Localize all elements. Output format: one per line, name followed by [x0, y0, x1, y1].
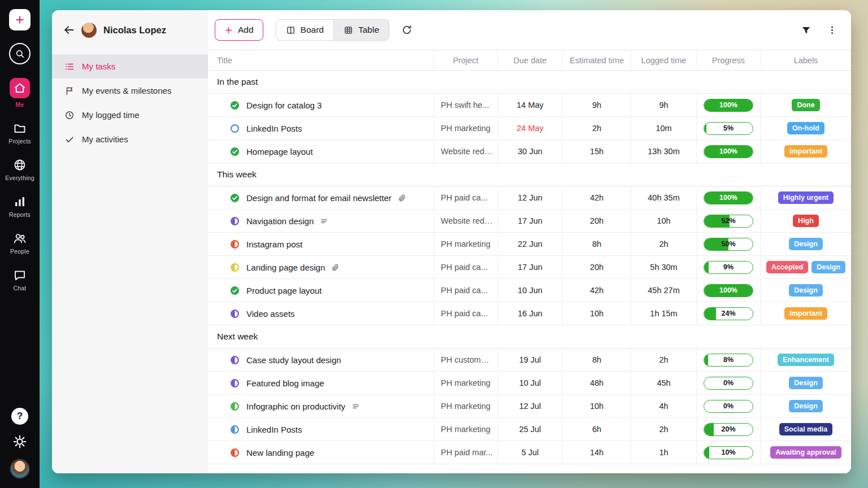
progress-value: 100% [704, 285, 753, 297]
label-badge[interactable]: Design [789, 284, 823, 297]
task-title[interactable]: Featured blog image [246, 378, 324, 388]
sidebar-item-my-logged-time[interactable]: My logged time [52, 103, 208, 127]
column-header[interactable]: Labels [761, 50, 851, 70]
sidebar-item-my-events[interactable]: My events & milestones [52, 79, 208, 103]
section-header[interactable]: Next week [208, 325, 851, 348]
label-badge[interactable]: Highly urgent [778, 191, 834, 204]
filter-button[interactable] [801, 25, 811, 36]
label-badge[interactable]: Design [789, 400, 823, 412]
task-title[interactable]: Infographic on productivity [246, 402, 345, 411]
task-row[interactable]: Instagram postPH marketing22 Jun8h2h50%D… [208, 233, 851, 256]
status-progress-icon[interactable] [229, 424, 240, 435]
nav-item-label: Everything [5, 175, 34, 181]
status-progress-icon[interactable] [229, 262, 240, 273]
nav-item-projects[interactable]: Projects [8, 121, 31, 145]
label-badge[interactable]: Important [784, 145, 827, 158]
task-row[interactable]: New landing pagePH paid mar...5 Jul14h1h… [208, 441, 851, 464]
label-badge[interactable]: Accepted [766, 261, 808, 273]
task-row[interactable]: Featured blog imagePH marketing10 Jul48h… [208, 372, 851, 395]
nav-item-chat[interactable]: Chat [13, 268, 27, 291]
label-badge[interactable]: Awaiting approval [770, 446, 841, 459]
task-row[interactable]: LinkedIn PostsPH marketing25 Jul6h2h20%S… [208, 418, 851, 441]
section-header[interactable]: This week [208, 163, 851, 186]
sidebar-item-my-tasks[interactable]: My tasks [52, 54, 208, 79]
quick-add-button[interactable] [9, 9, 31, 30]
task-title[interactable]: Video assets [246, 309, 295, 319]
nav-item-reports[interactable]: Reports [9, 195, 31, 218]
sidebar-item-my-activities[interactable]: My activities [52, 127, 208, 151]
profile-avatar[interactable] [10, 459, 30, 479]
progress-value: 50% [704, 238, 753, 250]
status-progress-icon[interactable] [229, 308, 240, 319]
task-title[interactable]: Homepage layout [246, 147, 313, 156]
board-view-button[interactable]: Board [276, 19, 334, 41]
more-options-button[interactable] [827, 25, 837, 36]
task-row[interactable]: Design and format for email newsletterPH… [208, 186, 851, 210]
status-complete-icon[interactable] [229, 285, 240, 296]
nav-item-me[interactable]: Me [10, 78, 30, 108]
task-title[interactable]: New landing page [246, 448, 314, 457]
progress-bar: 5% [704, 122, 753, 135]
task-row[interactable]: LinkedIn PostsPH marketing24 May2h10m5%O… [208, 117, 851, 140]
sidebar-item-label: My tasks [82, 62, 115, 71]
column-header[interactable]: Logged time [631, 50, 697, 70]
label-badge[interactable]: Done [792, 99, 819, 111]
settings-button[interactable] [12, 434, 27, 449]
task-row[interactable]: Design for catalog 3PH swift he...14 May… [208, 94, 851, 117]
task-title[interactable]: LinkedIn Posts [246, 425, 302, 434]
status-progress-icon[interactable] [229, 239, 240, 250]
task-title[interactable]: Product page layout [246, 286, 322, 295]
section-header[interactable]: In the past [208, 71, 851, 94]
task-title[interactable]: Instagram post [246, 239, 302, 249]
status-progress-icon[interactable] [229, 378, 240, 389]
task-due-date: 10 Jun [518, 286, 542, 295]
column-header[interactable]: Due date [498, 50, 563, 70]
task-title[interactable]: Design and format for email newsletter [246, 193, 392, 203]
task-title[interactable]: LinkedIn Posts [246, 124, 302, 133]
nav-item-everything[interactable]: Everything [5, 158, 34, 181]
status-progress-icon[interactable] [229, 216, 240, 226]
status-progress-icon[interactable] [229, 447, 240, 458]
label-badge[interactable]: Enhancement [778, 354, 834, 366]
status-progress-icon[interactable] [229, 123, 240, 134]
add-task-button[interactable]: Add [215, 19, 263, 41]
task-row[interactable]: Case study layout designPH customer...19… [208, 348, 851, 372]
status-complete-icon[interactable] [229, 100, 240, 111]
label-badge[interactable]: Design [789, 238, 823, 250]
app-navbar: MeProjectsEverythingReportsPeopleChat ? [0, 0, 40, 488]
column-header[interactable]: Project [434, 50, 498, 70]
label-badge[interactable]: Design [789, 377, 823, 389]
table-view-button[interactable]: Table [334, 19, 389, 41]
task-logged-time: 45h 27m [648, 286, 679, 295]
task-row[interactable]: Homepage layoutWebsite rede..30 Jun15h13… [208, 140, 851, 163]
task-title[interactable]: Case study layout design [246, 355, 341, 365]
label-badge[interactable]: Social media [779, 423, 832, 435]
task-row[interactable]: Infographic on productivityPH marketing1… [208, 395, 851, 418]
refresh-button[interactable] [401, 24, 413, 36]
task-title[interactable]: Landing page design [246, 263, 325, 272]
nav-item-people[interactable]: People [10, 232, 29, 255]
column-header[interactable]: Estimated time [563, 50, 631, 70]
task-title[interactable]: Design for catalog 3 [246, 101, 322, 110]
task-estimated-time: 48h [590, 378, 604, 387]
search-button[interactable] [9, 43, 31, 64]
help-button[interactable]: ? [11, 408, 28, 425]
column-header[interactable]: Progress [697, 50, 761, 70]
task-estimated-time: 20h [590, 263, 604, 272]
status-complete-icon[interactable] [229, 193, 240, 203]
label-badge[interactable]: On-hold [787, 122, 824, 134]
task-row[interactable]: Landing page designPH paid ca...17 Jun20… [208, 256, 851, 279]
task-row[interactable]: Navigation designWebsite rede..17 Jun20h… [208, 210, 851, 233]
back-button[interactable] [63, 24, 75, 36]
status-progress-icon[interactable] [229, 401, 240, 412]
column-header[interactable]: Title [208, 50, 434, 70]
task-title[interactable]: Navigation design [246, 216, 314, 226]
status-complete-icon[interactable] [229, 146, 240, 157]
label-badge[interactable]: Design [811, 261, 845, 273]
task-row[interactable]: Video assetsPH paid ca...16 Jun10h1h 15m… [208, 302, 851, 325]
label-badge[interactable]: High [793, 215, 819, 227]
sidebar-item-label: My activities [82, 134, 128, 144]
task-row[interactable]: Product page layoutPH paid ca...10 Jun42… [208, 279, 851, 302]
status-progress-icon[interactable] [229, 355, 240, 365]
label-badge[interactable]: Important [784, 307, 827, 320]
